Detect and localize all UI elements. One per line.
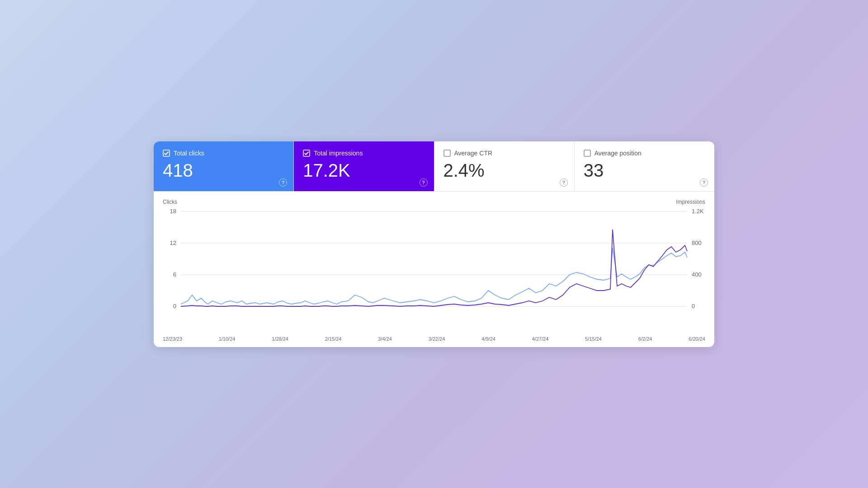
svg-text:400: 400 [692,271,702,278]
checkbox-clicks-icon[interactable] [163,150,170,157]
metric-title-position: Average position [584,150,705,157]
x-label-4: 3/4/24 [378,336,392,342]
chart-header: Clicks Impressions [163,199,705,205]
svg-rect-1 [303,150,310,156]
x-label-1: 1/10/24 [219,336,236,342]
svg-text:12: 12 [170,239,176,246]
x-label-7: 4/27/24 [532,336,549,342]
svg-rect-0 [163,150,170,156]
x-label-3: 2/15/24 [325,336,342,342]
svg-text:0: 0 [692,303,695,310]
metric-value-impressions: 17.2K [303,161,425,179]
metric-value-ctr: 2.4% [443,161,565,179]
metric-total-impressions[interactable]: Total impressions 17.2K ? [294,141,434,191]
x-label-9: 6/2/24 [638,336,652,342]
svg-text:18: 18 [170,208,176,215]
metric-help-clicks[interactable]: ? [279,178,287,187]
metric-average-ctr[interactable]: Average CTR 2.4% ? [434,141,575,191]
metric-value-position: 33 [584,161,705,179]
chart-right-axis-label: Impressions [676,199,705,205]
metric-title-ctr: Average CTR [443,150,565,157]
checkbox-ctr-icon[interactable] [443,150,451,157]
metric-average-position[interactable]: Average position 33 ? [575,141,714,191]
x-label-8: 5/15/24 [585,336,602,342]
x-label-10: 6/20/24 [689,336,705,342]
metric-help-impressions[interactable]: ? [420,178,428,187]
metrics-row: Total clicks 418 ? Total impressions 17.… [154,141,714,192]
x-label-6: 4/9/24 [481,336,495,342]
checkbox-position-icon[interactable] [584,150,591,157]
chart-area: Clicks Impressions 18 12 6 0 1.2K 800 40… [154,192,714,347]
x-axis-labels: 12/23/23 1/10/24 1/28/24 2/15/24 3/4/24 … [163,336,705,342]
chart-svg: 18 12 6 0 1.2K 800 400 0 [163,207,705,333]
metric-title-clicks: Total clicks [163,150,284,157]
svg-rect-2 [444,150,450,156]
svg-text:800: 800 [692,239,702,246]
metric-value-clicks: 418 [163,161,284,179]
svg-text:1.2K: 1.2K [692,208,704,215]
svg-text:6: 6 [173,271,176,278]
chart-left-axis-label: Clicks [163,199,177,205]
metric-help-ctr[interactable]: ? [560,178,568,187]
x-label-0: 12/23/23 [163,336,182,342]
metric-title-impressions: Total impressions [303,150,425,157]
x-label-2: 1/28/24 [272,336,288,342]
x-label-5: 3/22/24 [429,336,445,342]
analytics-card: Total clicks 418 ? Total impressions 17.… [154,141,714,347]
metric-total-clicks[interactable]: Total clicks 418 ? [154,141,294,191]
svg-rect-3 [584,150,590,156]
metric-help-position[interactable]: ? [700,178,708,187]
checkbox-impressions-icon[interactable] [303,150,310,157]
svg-text:0: 0 [173,303,176,310]
chart-container: 18 12 6 0 1.2K 800 400 0 [163,207,705,333]
